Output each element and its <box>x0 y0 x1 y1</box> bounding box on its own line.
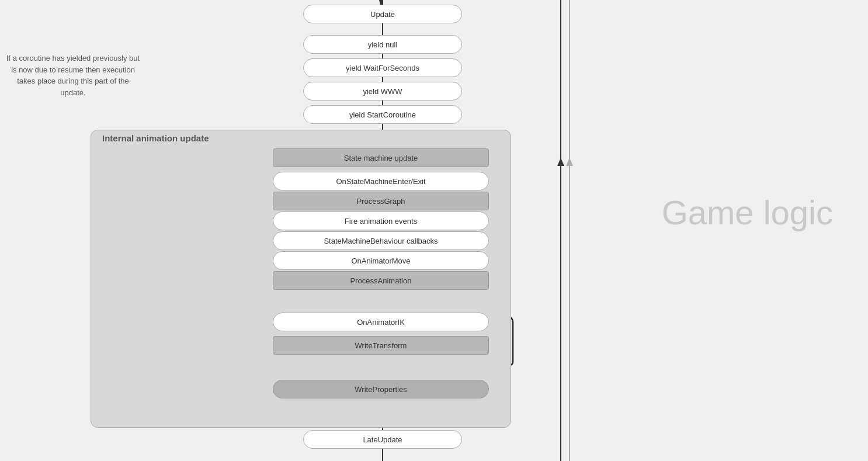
game-logic-label: Game logic <box>662 193 833 232</box>
late-update-box: LateUpdate <box>303 430 462 449</box>
svg-marker-8 <box>557 158 564 166</box>
yield-wfs-box: yield WaitForSeconds <box>303 58 462 77</box>
annotation-text: If a coroutine has yielded previously bu… <box>6 53 140 98</box>
wt-box: WriteTransform <box>273 336 489 355</box>
oaik-box: OnAnimatorIK <box>273 313 489 331</box>
svg-marker-9 <box>566 158 573 166</box>
update-box: Update <box>303 5 462 23</box>
fae-box: Fire animation events <box>273 212 489 230</box>
pg-box: ProcessGraph <box>273 192 489 210</box>
pa-box: ProcessAnimation <box>273 271 489 290</box>
sm-update-box: State machine update <box>273 148 489 167</box>
wp-box: WriteProperties <box>273 380 489 398</box>
yield-sc-box: yield StartCoroutine <box>303 105 462 124</box>
main-container: If a coroutine has yielded previously bu… <box>0 0 868 461</box>
smb-box: StateMachineBehaviour callbacks <box>273 231 489 250</box>
osme-box: OnStateMachineEnter/Exit <box>273 172 489 190</box>
oam-box: OnAnimatorMove <box>273 251 489 270</box>
animation-container-title: Internal animation update <box>102 133 209 143</box>
yield-www-box: yield WWW <box>303 82 462 100</box>
yield-null-box: yield null <box>303 35 462 54</box>
